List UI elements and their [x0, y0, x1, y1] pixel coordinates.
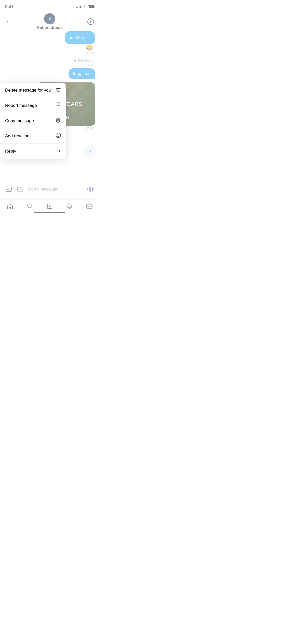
context-report-label: Report message	[5, 103, 37, 108]
context-reaction-label: Add reaction	[5, 134, 29, 139]
context-menu: Delete message for you Report message Co…	[0, 83, 66, 159]
flag-icon	[56, 102, 61, 109]
context-reaction[interactable]: Add reaction	[0, 128, 66, 144]
reply-icon	[56, 148, 61, 155]
trash-icon	[56, 87, 61, 94]
context-delete[interactable]: Delete message for you	[0, 83, 66, 98]
context-delete-label: Delete message for you	[5, 88, 51, 93]
context-report[interactable]: Report message	[0, 98, 66, 113]
svg-point-11	[59, 135, 59, 135]
svg-rect-6	[57, 89, 60, 91]
context-copy-label: Copy message	[5, 118, 34, 123]
svg-point-10	[57, 135, 58, 135]
emoji-icon	[56, 133, 61, 139]
context-copy[interactable]: Copy message	[0, 113, 66, 128]
context-reply-label: Reply	[5, 149, 16, 154]
svg-point-9	[56, 133, 61, 138]
copy-icon	[56, 117, 61, 124]
context-reply[interactable]: Reply	[0, 144, 66, 159]
